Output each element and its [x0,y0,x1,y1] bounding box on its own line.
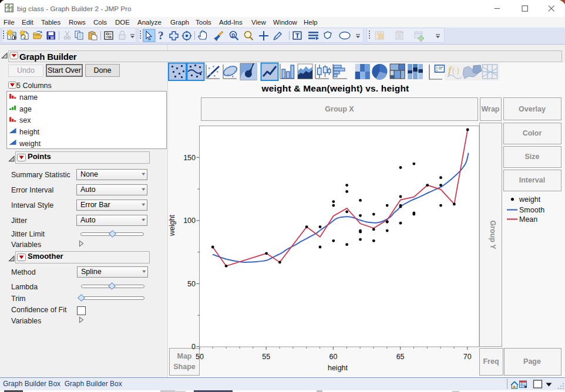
svg-text:Group Y: Group Y [489,220,497,249]
svg-text:Interval: Interval [519,176,545,184]
svg-text:p: p [231,32,235,38]
svg-text:Overlay: Overlay [519,105,546,113]
svg-text:50: 50 [196,353,204,361]
svg-text:70: 70 [463,353,472,361]
svg-text:100: 100 [183,217,196,225]
svg-text:weight & Mean(weight) vs. heig: weight & Mean(weight) vs. height [261,83,409,93]
svg-text:Map: Map [177,352,192,360]
svg-text:150: 150 [183,154,196,162]
svg-text:60: 60 [329,353,337,361]
svg-text:(·): (·) [452,66,459,75]
svg-text:Smooth: Smooth [519,206,544,214]
svg-text:Size: Size [524,153,539,161]
svg-text:Color: Color [523,129,542,137]
svg-text:Freq: Freq [483,357,499,366]
svg-text:65: 65 [396,353,405,361]
svg-text:55: 55 [262,353,270,361]
svg-text:weight: weight [519,195,541,204]
svg-text:Mean: Mean [519,215,537,224]
svg-text:T: T [295,32,300,39]
svg-text:?: ? [158,29,164,42]
svg-text:height: height [328,364,348,372]
svg-text:50: 50 [187,280,196,288]
svg-text:Page: Page [523,357,541,366]
svg-text:Shape: Shape [173,363,196,371]
svg-text:Group X: Group X [325,105,354,113]
svg-text:0: 0 [191,343,196,351]
svg-text:Wrap: Wrap [481,105,499,113]
